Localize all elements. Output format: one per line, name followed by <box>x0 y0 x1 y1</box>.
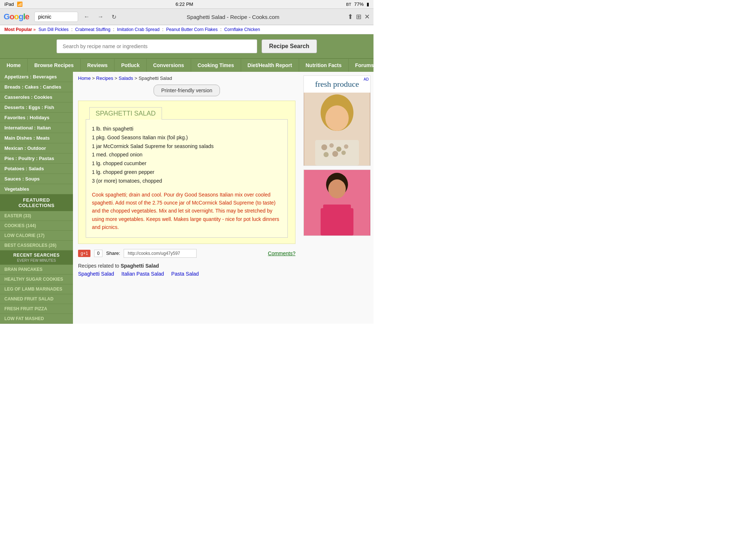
recipe-search-button[interactable]: Recipe Search <box>262 39 317 53</box>
directions-text: Cook spaghetti; drain and cool. Pour dry… <box>92 191 282 232</box>
featured-cookies[interactable]: COOKIES (144) <box>0 221 73 231</box>
recent-low-fat-mashed[interactable]: LOW FAT MASHED <box>0 314 73 324</box>
bluetooth-label: BT <box>346 2 351 7</box>
fresh-produce-text: fresh produce <box>307 79 367 89</box>
nav-nutrition[interactable]: Nutrition Facts <box>299 59 349 72</box>
content-area: Home > Recipes > Salads > Spaghetti Sala… <box>73 72 301 324</box>
search-header: Recipe Search <box>0 34 374 58</box>
nav-potluck[interactable]: Potluck <box>115 59 147 72</box>
refresh-button[interactable]: ↻ <box>109 12 119 22</box>
svg-point-9 <box>332 151 338 157</box>
gplus-count: 0 <box>94 250 102 257</box>
sidebar-mexican[interactable]: Mexican : Outdoor <box>0 143 73 153</box>
comments-link[interactable]: Comments? <box>268 250 295 256</box>
nav-forums[interactable]: Forums <box>349 59 374 72</box>
ingredients-list: 1 lb. thin spaghetti 1 pkg. Good Seasons… <box>92 125 282 186</box>
sidebar-sauces[interactable]: Sauces : Soups <box>0 174 73 184</box>
recent-bran-pancakes[interactable]: BRAN PANCAKES <box>0 265 73 275</box>
recipe-content: 1 lb. thin spaghetti 1 pkg. Good Seasons… <box>86 119 288 238</box>
ad-column: AD fresh produce <box>301 72 374 324</box>
wifi-icon: 📶 <box>17 1 23 7</box>
popular-link-3[interactable]: Imitation Crab Spread <box>117 27 160 32</box>
recent-canned-fruit[interactable]: CANNED FRUIT SALAD <box>0 294 73 304</box>
popular-link-1[interactable]: Sun Dill Pickles <box>38 27 69 32</box>
svg-point-2 <box>325 105 349 131</box>
popular-arrow: » <box>33 27 36 32</box>
nav-reviews[interactable]: Reviews <box>81 59 115 72</box>
print-button[interactable]: Printer-friendly version <box>154 85 220 96</box>
share-label: Share: <box>106 250 120 256</box>
share-url-input[interactable] <box>124 249 197 258</box>
ad-label-1: AD <box>364 77 369 81</box>
sidebar-favorites[interactable]: Favorites : Holidays <box>0 113 73 123</box>
ad-box-2[interactable] <box>303 170 371 236</box>
ingredient-7: 3 (or more) tomatoes, chopped <box>92 177 282 186</box>
ingredient-2: 1 pkg. Good Seasons Italian mix (foil pk… <box>92 133 282 142</box>
page-title-bar: Spaghetti Salad - Recipe - Cooks.com <box>122 14 344 20</box>
sidebar-casseroles[interactable]: Casseroles : Cookies <box>0 92 73 102</box>
ingredient-1: 1 lb. thin spaghetti <box>92 125 282 133</box>
recent-sugar-cookies[interactable]: HEALTHY SUGAR COOKIES <box>0 275 73 284</box>
related-title: Recipes related to Spaghetti Salad <box>78 263 295 269</box>
back-button[interactable]: ← <box>82 12 92 22</box>
ad-person-image-1 <box>304 93 370 166</box>
sidebar: Appetizers : Beverages Breads : Cakes : … <box>0 72 73 324</box>
svg-point-6 <box>336 147 341 152</box>
featured-casseroles[interactable]: BEST CASSEROLES (26) <box>0 241 73 250</box>
nav-diet-health[interactable]: Diet/Health Report <box>241 59 299 72</box>
svg-rect-14 <box>321 208 353 236</box>
popular-link-4[interactable]: Peanut Butter Corn Flakes <box>166 27 217 32</box>
related-link-2[interactable]: Italian Pasta Salad <box>121 271 164 277</box>
svg-rect-15 <box>323 205 351 212</box>
address-bar[interactable]: picnic <box>34 12 78 22</box>
popular-link-2[interactable]: Crabmeat Stuffing <box>75 27 111 32</box>
featured-easter[interactable]: EASTER (33) <box>0 211 73 221</box>
close-button[interactable]: ✕ <box>364 13 370 21</box>
battery-icon: ▮ <box>367 1 369 7</box>
featured-low-calorie[interactable]: LOW CALORIE (17) <box>0 231 73 241</box>
related-link-1[interactable]: Spaghetti Salad <box>78 271 114 277</box>
sidebar-main-dishes[interactable]: Main Dishes : Meats <box>0 133 73 143</box>
main-layout: Appetizers : Beverages Breads : Cakes : … <box>0 72 374 324</box>
forward-button[interactable]: → <box>96 12 106 22</box>
ingredient-4: 1 med. chopped onion <box>92 151 282 159</box>
related-recipes: Recipes related to Spaghetti Salad Spagh… <box>78 263 295 277</box>
fresh-produce-header: fresh produce <box>304 76 370 93</box>
ad-box-1[interactable]: AD fresh produce <box>303 75 371 166</box>
breadcrumb: Home > Recipes > Salads > Spaghetti Sala… <box>78 75 295 81</box>
recent-lamb-marinades[interactable]: LEG OF LAMB MARINADES <box>0 284 73 294</box>
svg-point-5 <box>329 143 334 148</box>
tab-button[interactable]: ⊞ <box>356 13 361 21</box>
nav-conversions[interactable]: Conversions <box>147 59 191 72</box>
share-button[interactable]: ⬆ <box>348 13 353 21</box>
nav-home[interactable]: Home <box>0 59 28 72</box>
sidebar-desserts[interactable]: Desserts : Eggs : Fish <box>0 102 73 113</box>
share-bar: g+1 0 Share: Comments? <box>78 249 295 258</box>
sidebar-breads[interactable]: Breads : Cakes : Candies <box>0 82 73 92</box>
sidebar-vegetables[interactable]: Vegetables <box>0 184 73 194</box>
browser-actions: ⬆ ⊞ ✕ <box>348 13 370 21</box>
recent-fresh-fruit-pizza[interactable]: FRESH FRUIT PIZZA <box>0 304 73 314</box>
related-link-3[interactable]: Pasta Salad <box>171 271 199 277</box>
recent-searches-sub: EVERY FEW MINUTES <box>0 258 73 265</box>
sidebar-potatoes[interactable]: Potatoes : Salads <box>0 164 73 174</box>
breadcrumb-salads[interactable]: Salads <box>119 75 133 81</box>
nav-cooking-times[interactable]: Cooking Times <box>191 59 241 72</box>
ad-person-image-2 <box>304 170 370 236</box>
search-input[interactable] <box>57 39 257 53</box>
nav-browse-recipes[interactable]: Browse Recipes <box>28 59 81 72</box>
popular-link-5[interactable]: Cornflake Chicken <box>224 27 260 32</box>
sidebar-appetizers[interactable]: Appetizers : Beverages <box>0 72 73 82</box>
sidebar-international[interactable]: International : Italian <box>0 123 73 133</box>
breadcrumb-home[interactable]: Home <box>78 75 91 81</box>
svg-point-10 <box>341 151 346 155</box>
ingredient-6: 1 lg. chopped green pepper <box>92 168 282 177</box>
recipe-title: SPAGHETTI SALAD <box>89 107 162 120</box>
svg-point-8 <box>324 152 329 157</box>
svg-point-13 <box>328 179 346 198</box>
status-right: BT 77% ▮ <box>346 1 369 7</box>
sidebar-pies[interactable]: Pies : Poultry : Pastas <box>0 153 73 164</box>
gplus-button[interactable]: g+1 <box>78 250 90 257</box>
breadcrumb-recipes[interactable]: Recipes <box>96 75 113 81</box>
breadcrumb-current: Spaghetti Salad <box>139 75 172 81</box>
